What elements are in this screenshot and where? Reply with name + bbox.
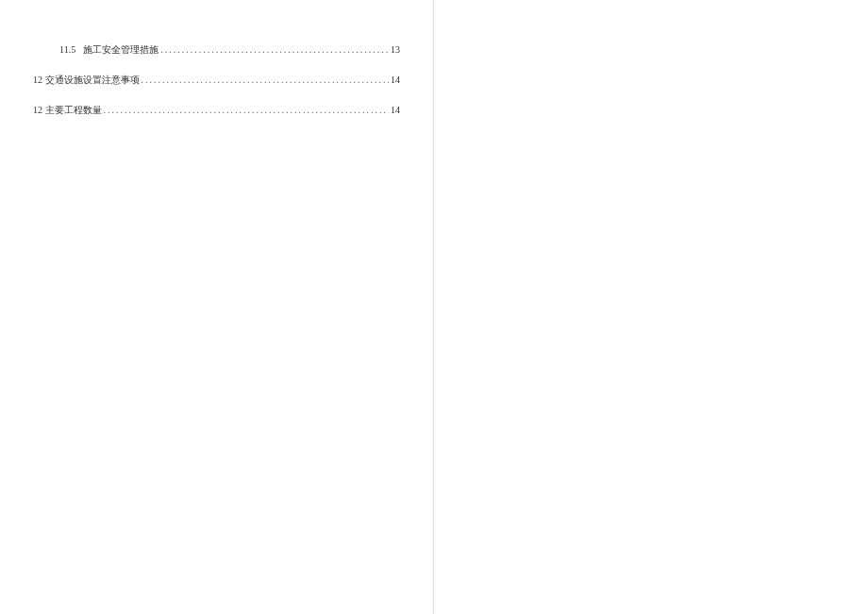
document-page-left: 11.5施工安全管理措施 13 12 交通设施设置注意事项 14 12 主要工程…	[0, 0, 434, 614]
toc-leader-dots	[160, 42, 389, 58]
toc-entry: 12 交通设施设置注意事项 14	[33, 73, 400, 88]
toc-entry-number: 11.5施工安全管理措施	[59, 42, 159, 58]
toc-num-text: 11.5	[59, 44, 75, 55]
toc-page-number: 14	[391, 103, 400, 118]
toc-entry: 12 主要工程数量 14	[33, 103, 400, 118]
toc-num-text: 12	[33, 75, 42, 85]
toc-page-number: 14	[391, 73, 400, 88]
toc-page-number: 13	[391, 42, 400, 58]
toc-title-text: 主要工程数量	[45, 105, 102, 115]
toc-leader-dots	[142, 73, 390, 88]
toc-num-text: 12	[33, 105, 42, 115]
toc-title-text: 交通设施设置注意事项	[45, 75, 140, 85]
document-page-right	[434, 0, 868, 614]
toc-entry-number: 12 交通设施设置注意事项	[33, 73, 140, 88]
toc-entry: 11.5施工安全管理措施 13	[33, 42, 400, 58]
toc-leader-dots	[104, 103, 390, 118]
toc-title-text: 施工安全管理措施	[83, 44, 159, 55]
toc-entry-number: 12 主要工程数量	[33, 103, 102, 118]
